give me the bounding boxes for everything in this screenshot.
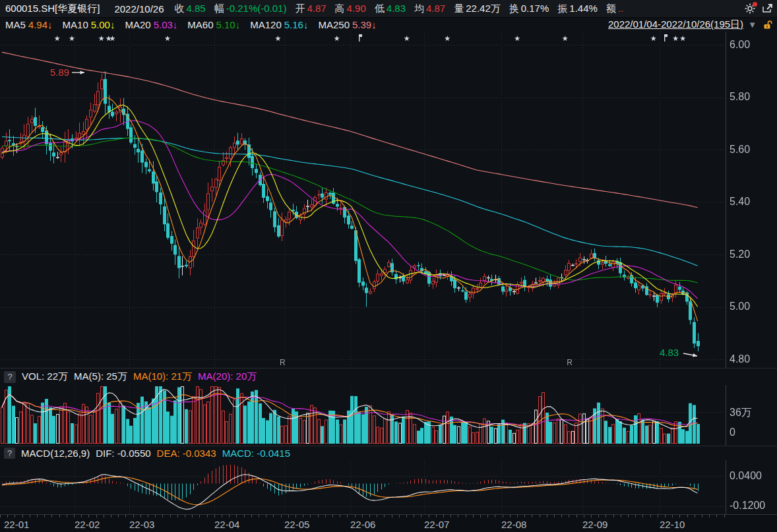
quote-field-value: 4.87 <box>307 3 326 14</box>
month-label: 22-01 <box>4 519 29 530</box>
settings-gear-icon[interactable] <box>744 3 756 15</box>
quote-field-value: 4.90 <box>347 3 366 14</box>
price-axis-label: 5.20 <box>730 249 750 260</box>
high-annotation: 5.89 <box>50 67 69 78</box>
ma-value: 5.10↓ <box>216 19 241 30</box>
quote-field: 均4.87 <box>414 3 445 14</box>
date-range-box: 2022/01/04-2022/10/26(195日) ▼ <box>608 18 773 31</box>
quote-field: 额.. <box>606 3 623 14</box>
quote-field-label: 高 <box>335 3 345 14</box>
volume-pane: 36万 0 <box>0 385 777 446</box>
price-axis-label: 6.00 <box>730 39 750 51</box>
quote-field: 换0.17% <box>509 3 549 14</box>
quote-field-value: 4.83 <box>387 3 406 14</box>
macd-label-row: ? MACD(12,26,9) DIF: -0.0550 DEA: -0.034… <box>0 446 777 460</box>
unlock-icon[interactable] <box>761 19 773 31</box>
quote-field-value: 1.44% <box>569 3 598 14</box>
chevron-down-icon[interactable]: ▼ <box>748 20 757 30</box>
ma-legend-item: MA105.00↓ <box>63 19 115 30</box>
quote-field-label: 幅 <box>214 3 224 14</box>
month-label: 22-03 <box>129 519 154 530</box>
quote-field-label: 开 <box>295 3 305 14</box>
macd-dif-label: DIF: -0.0550 <box>96 448 150 459</box>
ma-value: 5.00↓ <box>91 19 115 30</box>
volume-axis-top: 36万 <box>730 406 752 420</box>
volume-value-label: VOL: 22万 <box>22 370 68 383</box>
ma-value: 5.03↓ <box>154 19 178 30</box>
quote-field-label: 额 <box>606 3 616 14</box>
quote-field-value: 22.42万 <box>466 3 501 14</box>
ma-legend-item: MA2505.39↓ <box>318 19 376 30</box>
month-label: 22-10 <box>660 519 685 530</box>
quote-field: 开4.87 <box>295 3 326 14</box>
month-label: 22-09 <box>582 519 607 530</box>
macd-dea-label: DEA: -0.0343 <box>157 448 216 459</box>
price-axis-label: 5.00 <box>730 301 750 312</box>
ma-label: MA60 <box>187 19 213 30</box>
price-axis-label: 5.60 <box>730 144 750 156</box>
ma-label: MA20 <box>125 19 150 30</box>
quote-field: 收4.85 <box>174 3 205 14</box>
price-axis-label: 5.80 <box>730 91 750 103</box>
quote-field: 高4.90 <box>335 3 366 14</box>
topbar-icons <box>744 3 773 15</box>
candlestick-canvas[interactable] <box>0 32 777 368</box>
ma-legend-item: MA605.10↓ <box>187 19 240 30</box>
quote-field-label: 低 <box>375 3 385 14</box>
quote-field-value: .. <box>618 3 623 14</box>
quote-field-value: 4.87 <box>426 3 445 14</box>
price-axis-label: 5.40 <box>730 196 750 208</box>
popout-window-icon[interactable] <box>761 3 773 15</box>
month-label: 22-04 <box>214 519 239 530</box>
macd-value-label: MACD: -0.0415 <box>222 448 290 459</box>
quote-field-label: 振 <box>557 3 567 14</box>
ma-value: 5.16↓ <box>284 19 309 30</box>
month-label: 22-02 <box>75 519 100 530</box>
quote-field: 低4.83 <box>375 3 406 14</box>
quote-field-label: 换 <box>509 3 519 14</box>
month-label: 22-05 <box>284 519 309 530</box>
quote-field-value: 4.85 <box>186 3 205 14</box>
macd-name-label: MACD(12,26,9) <box>21 448 90 459</box>
ma-legend-item: MA1205.16↓ <box>250 19 308 30</box>
volume-axis-zero: 0 <box>730 427 735 438</box>
month-label: 22-08 <box>501 519 526 530</box>
ma-label: MA250 <box>318 19 350 30</box>
quote-field-value: -0.21%(-0.01) <box>226 3 287 14</box>
ma-label: MA120 <box>250 19 282 30</box>
quote-field-label: 收 <box>174 3 184 14</box>
volume-ma5-label: MA(5): 25万 <box>74 370 127 383</box>
x-axis-ticks <box>0 515 726 517</box>
volume-canvas[interactable] <box>0 385 777 446</box>
macd-help-button[interactable]: ? <box>4 448 15 459</box>
ma-value: 4.94↓ <box>28 19 53 30</box>
macd-pane: 0.0400 -0.1200 <box>0 460 777 514</box>
month-label: 22-06 <box>350 519 375 530</box>
ma-legend-item: MA54.94↓ <box>5 19 53 30</box>
ma-legend-item: MA205.03↓ <box>125 19 177 30</box>
volume-ma20-label: MA(20): 20万 <box>198 370 257 383</box>
quote-field: 幅-0.21%(-0.01) <box>214 3 287 14</box>
volume-label-row: ? VOL: 22万 MA(5): 25万 MA(10): 21万 MA(20)… <box>0 368 777 385</box>
macd-axis-top: 0.0400 <box>730 470 762 482</box>
main-chart-pane: 5.89 4.83 6.005.805.605.405.205.004.80 <box>0 32 777 368</box>
ma-legend-items: MA54.94↓MA105.00↓MA205.03↓MA605.10↓MA120… <box>5 19 387 30</box>
ma-value: 5.39↓ <box>352 19 377 30</box>
quote-fields: 收4.85幅-0.21%(-0.01)开4.87高4.90低4.83均4.87量… <box>174 3 632 15</box>
macd-canvas[interactable] <box>0 460 777 514</box>
quote-field-value: 0.17% <box>521 3 549 14</box>
quote-bar: 600015.SH[华夏银行] 2022/10/26 收4.85幅-0.21%(… <box>0 0 777 18</box>
low-annotation: 4.83 <box>660 347 679 358</box>
quote-field: 振1.44% <box>557 3 598 14</box>
notification-badge <box>753 2 757 7</box>
volume-ma10-label: MA(10): 21万 <box>133 370 192 383</box>
ma-legend-bar: MA54.94↓MA105.00↓MA205.03↓MA605.10↓MA120… <box>0 18 777 32</box>
quote-field-label: 量 <box>454 3 464 14</box>
price-axis-label: 4.80 <box>730 353 750 365</box>
ma-label: MA5 <box>5 19 26 30</box>
date-range-selector[interactable]: 2022/01/04-2022/10/26(195日) <box>608 18 743 31</box>
volume-help-button[interactable]: ? <box>4 371 16 383</box>
macd-axis-bottom: -0.1200 <box>730 500 765 512</box>
stock-chart-app: 600015.SH[华夏银行] 2022/10/26 收4.85幅-0.21%(… <box>0 0 777 532</box>
quote-field: 量22.42万 <box>454 3 501 14</box>
